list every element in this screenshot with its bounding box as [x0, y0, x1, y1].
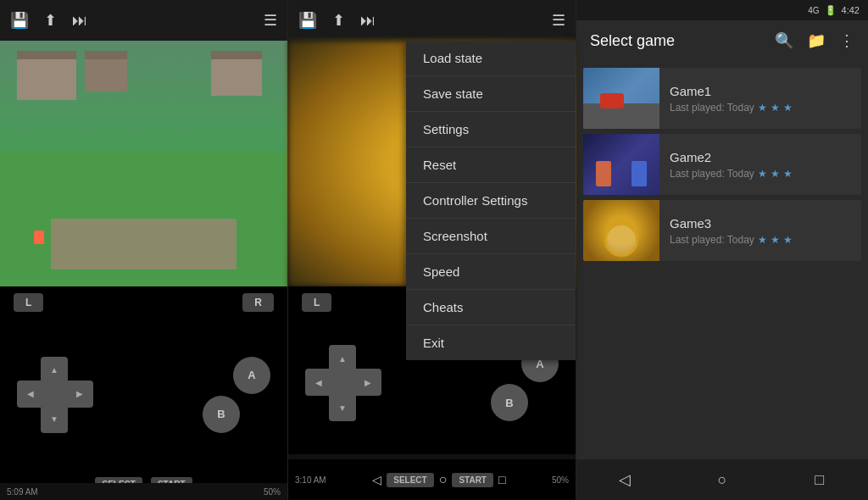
menu-icon-2[interactable]: ☰ [552, 11, 565, 30]
game-meta-1: Last played: Today ★ ★ ★ [670, 102, 851, 114]
menu-load-state[interactable]: Load state [406, 41, 576, 76]
recent-nav-3[interactable]: □ [799, 459, 840, 500]
dpad-down[interactable]: ▼ [41, 406, 68, 433]
ab-buttons: A B [203, 357, 270, 433]
panel-1: 💾 ⬆ ⏭ ☰ L R ▲ ▼ ◀ [0, 0, 288, 500]
roof-1 [17, 51, 76, 59]
save-icon-2[interactable]: 💾 [298, 11, 317, 30]
boxer-1 [596, 161, 611, 186]
game-list: Game1 Last played: Today ★ ★ ★ Game2 Las… [576, 61, 868, 273]
dpad-right[interactable]: ▶ [66, 381, 93, 408]
game-item-2[interactable]: Game2 Last played: Today ★ ★ ★ [583, 134, 861, 195]
dropdown-menu: Load state Save state Settings Reset Con… [406, 41, 576, 360]
game-meta-2: Last played: Today ★ ★ ★ [670, 168, 851, 180]
dpad: ▲ ▼ ◀ ▶ [17, 357, 93, 433]
character [34, 231, 44, 244]
start-button-2[interactable]: START [452, 473, 493, 487]
game-scene [0, 41, 287, 286]
menu-controller-settings[interactable]: Controller Settings [406, 183, 576, 219]
panel-3: 4G 🔋 4:42 Select game 🔍 📁 ⋮ Game1 Last p… [576, 0, 868, 500]
game-meta-3: Last played: Today ★ ★ ★ [670, 234, 851, 246]
battery-icon: 🔋 [825, 5, 837, 16]
l-button[interactable]: L [14, 293, 43, 312]
toolbar-3-icons: 🔍 📁 ⋮ [775, 31, 854, 50]
path [51, 219, 236, 269]
l-button-2[interactable]: L [302, 293, 331, 312]
lr-buttons: L R [0, 286, 287, 312]
home-nav-3[interactable]: ○ [702, 459, 743, 500]
percent-display-2: 50% [552, 475, 569, 485]
star-6: ★ [783, 168, 793, 180]
back-nav-2[interactable]: ◁ [372, 473, 381, 486]
game-info-1: Game1 Last played: Today ★ ★ ★ [659, 77, 861, 120]
status-icons: 4G 🔋 4:42 [808, 5, 860, 16]
toolbar-2-left: 💾 ⬆ ⏭ [298, 11, 376, 30]
star-3: ★ [783, 102, 793, 114]
roof-3 [211, 51, 262, 59]
more-icon[interactable]: ⋮ [839, 31, 854, 50]
home-nav-2[interactable]: ○ [439, 472, 448, 487]
r-button[interactable]: R [242, 293, 274, 312]
ground [0, 151, 287, 286]
folder-icon[interactable]: 📁 [807, 31, 826, 50]
car-1 [600, 93, 624, 108]
star-1: ★ [758, 102, 767, 114]
game-name-3: Game3 [670, 216, 851, 231]
game-screen-1 [0, 41, 287, 286]
menu-icon[interactable]: ☰ [264, 11, 277, 30]
star-9: ★ [783, 234, 793, 246]
boxer-2 [632, 161, 647, 186]
toolbar-2: 💾 ⬆ ⏭ ☰ [288, 0, 576, 41]
dpad-up[interactable]: ▲ [41, 357, 68, 384]
toolbar-3: Select game 🔍 📁 ⋮ [576, 20, 868, 61]
game-info-2: Game2 Last played: Today ★ ★ ★ [659, 143, 861, 186]
toolbar-1: 💾 ⬆ ⏭ ☰ [0, 0, 287, 41]
menu-cheats[interactable]: Cheats [406, 290, 576, 325]
search-icon[interactable]: 🔍 [775, 31, 793, 50]
menu-save-state[interactable]: Save state [406, 76, 576, 112]
game-name-2: Game2 [670, 150, 851, 164]
dpad-area: ▲ ▼ ◀ ▶ A B [0, 312, 287, 477]
panel-2: 💾 ⬆ ⏭ ☰ Load state Save state Settings R… [288, 0, 576, 500]
percent-display-1: 50% [264, 487, 281, 497]
panel2-bottom-nav: 3:10 AM ◁ SELECT ○ START □ 50% [288, 459, 576, 500]
a-button[interactable]: A [233, 357, 270, 394]
game-item-1[interactable]: Game1 Last played: Today ★ ★ ★ [583, 68, 861, 129]
menu-screenshot[interactable]: Screenshot [406, 219, 576, 254]
fastforward-icon-2[interactable]: ⏭ [360, 12, 376, 30]
dpad-down-2[interactable]: ▼ [329, 394, 356, 421]
b-button-2[interactable]: B [491, 384, 528, 421]
game-thumb-3 [583, 200, 659, 261]
time-display-1: 5:09 AM [7, 487, 38, 497]
star-7: ★ [758, 234, 767, 246]
upload-icon[interactable]: ⬆ [44, 11, 57, 30]
star-4: ★ [758, 168, 767, 180]
clock-display: 4:42 [842, 5, 860, 15]
star-5: ★ [771, 168, 780, 180]
dpad-center [41, 381, 68, 408]
dpad-2: ▲ ▼ ◀ ▶ [305, 345, 381, 421]
building-1 [17, 58, 76, 100]
back-nav-3[interactable]: ◁ [604, 459, 645, 500]
menu-reset[interactable]: Reset [406, 147, 576, 183]
b-button[interactable]: B [203, 396, 240, 433]
signal-icon: 4G [808, 6, 819, 15]
dpad-center-2 [329, 369, 356, 396]
page-title: Select game [590, 32, 675, 50]
time-display-2: 3:10 AM [295, 475, 326, 485]
upload-icon-2[interactable]: ⬆ [332, 11, 345, 30]
select-button-2[interactable]: SELECT [387, 473, 433, 487]
building-3 [211, 58, 262, 96]
recent-nav-2[interactable]: □ [498, 473, 505, 486]
game-thumb-2 [583, 134, 659, 195]
save-icon[interactable]: 💾 [10, 11, 29, 30]
controller-1: L R ▲ ▼ ◀ ▶ A B SELECT START [0, 286, 287, 500]
menu-exit[interactable]: Exit [406, 325, 576, 360]
game-item-3[interactable]: Game3 Last played: Today ★ ★ ★ [583, 200, 861, 261]
menu-speed[interactable]: Speed [406, 254, 576, 290]
roof-2 [85, 51, 127, 59]
dpad-right-2[interactable]: ▶ [354, 369, 381, 396]
panel3-bottom-nav: ◁ ○ □ [576, 459, 868, 500]
menu-settings[interactable]: Settings [406, 112, 576, 147]
fastforward-icon[interactable]: ⏭ [72, 12, 87, 30]
